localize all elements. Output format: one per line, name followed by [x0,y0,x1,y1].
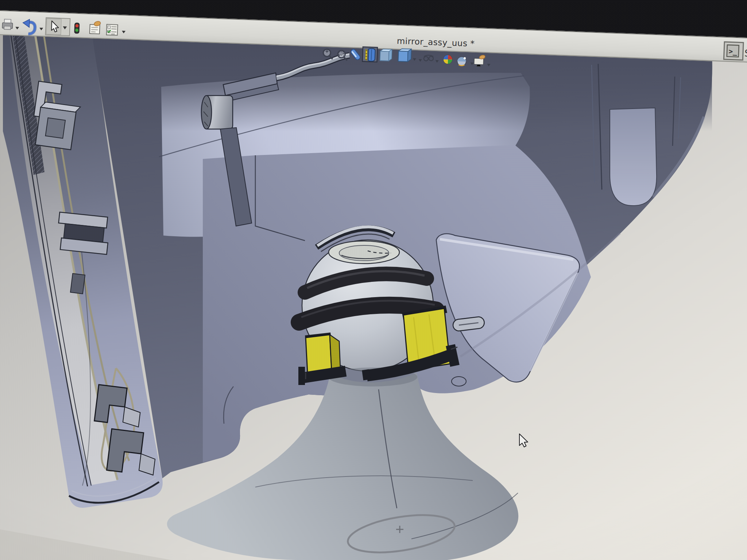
design-checklist-button[interactable] [107,24,118,35]
apply-scene-button[interactable] [457,57,466,66]
panel-hole [452,377,466,386]
display-style-button[interactable] [380,49,392,61]
interference-indicator-icon[interactable] [74,23,80,34]
housing-cove [610,108,657,206]
ball-cap [329,241,399,264]
select-button[interactable] [46,18,70,36]
screen-photo: mirror_assy_uus * >_ S [0,0,747,560]
terminal-overlay-button[interactable]: >_ [724,42,743,60]
section-view-button[interactable] [363,47,378,62]
edit-appearance-button[interactable] [443,55,452,64]
viewport-canvas[interactable] [0,0,747,560]
overlay-button-label: S [744,48,747,59]
terminal-glyph: >_ [728,47,737,56]
